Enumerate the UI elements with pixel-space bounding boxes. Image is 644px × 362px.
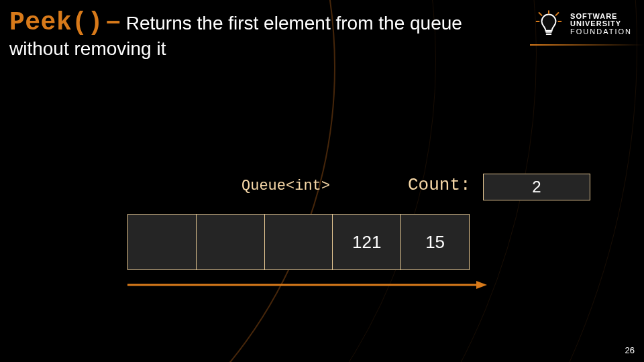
direction-arrow bbox=[127, 278, 490, 300]
brand-line3: FOUNDATION bbox=[570, 28, 632, 36]
queue-type-label: Queue<int> bbox=[241, 178, 330, 194]
queue-cell bbox=[196, 214, 264, 270]
count-label: Count: bbox=[408, 175, 471, 195]
brand-divider bbox=[530, 44, 644, 46]
queue-cell: 121 bbox=[332, 214, 400, 270]
queue-cell: 15 bbox=[400, 214, 470, 270]
brand-text: SOFTWARE UNIVERSITY FOUNDATION bbox=[570, 13, 632, 36]
count-value-box: 2 bbox=[483, 174, 590, 200]
queue-cell bbox=[127, 214, 196, 270]
title-desc-line2: without removing it bbox=[9, 38, 519, 60]
title-dash: – bbox=[106, 7, 121, 35]
method-name: Peek() bbox=[9, 8, 103, 37]
page-number: 26 bbox=[625, 345, 635, 355]
queue-container: 121 15 bbox=[127, 214, 470, 270]
queue-cell bbox=[264, 214, 333, 270]
brand-logo: SOFTWARE UNIVERSITY FOUNDATION bbox=[534, 9, 632, 39]
svg-marker-1 bbox=[476, 281, 487, 289]
slide-title-block: Peek() – Returns the first element from … bbox=[9, 7, 519, 60]
lightbulb-icon bbox=[534, 9, 564, 39]
title-desc-line1: Returns the first element from the queue bbox=[126, 13, 462, 34]
